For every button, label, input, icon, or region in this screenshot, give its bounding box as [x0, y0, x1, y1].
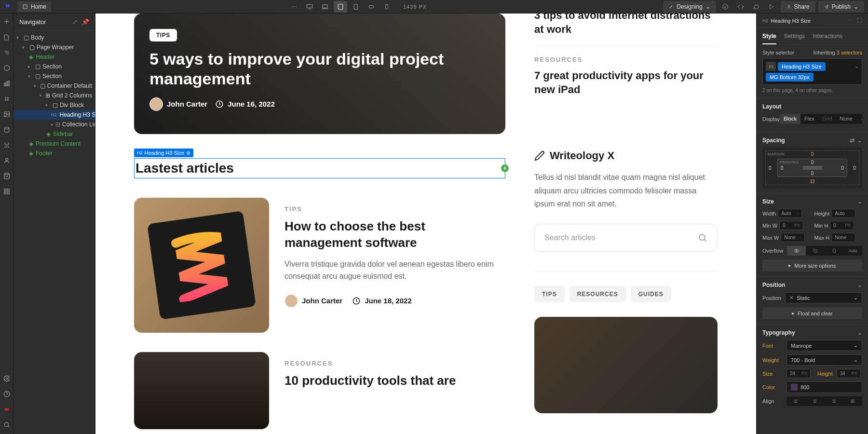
settings-icon[interactable]	[2, 374, 11, 383]
line-height-input[interactable]: 34PX	[837, 369, 861, 378]
pages-icon[interactable]	[2, 33, 11, 41]
tree-grid2[interactable]: ▾⊞Grid 2 Columns	[14, 91, 95, 100]
article-category[interactable]: TIPS	[285, 205, 505, 213]
display-flex[interactable]: Flex	[800, 114, 818, 124]
tree-collection-list[interactable]: ▸⊟Collection Lis	[14, 120, 95, 129]
more-options-icon[interactable]: ⋯	[287, 1, 301, 13]
display-block[interactable]: Block	[780, 114, 800, 124]
chevron-down-icon[interactable]: ⌄	[854, 63, 859, 69]
cms-icon[interactable]	[2, 125, 11, 134]
selection-badge[interactable]: H2 Heading H3 Size ⚙	[134, 149, 193, 157]
home-button[interactable]: Home	[17, 1, 51, 12]
tablet-wide-icon[interactable]	[334, 1, 347, 13]
preview-icon[interactable]	[765, 1, 778, 13]
more-size-options[interactable]: ▸More size options	[762, 259, 862, 271]
font-select[interactable]: Manrope⌄	[787, 340, 862, 351]
laptop-icon[interactable]	[318, 1, 332, 13]
spacing-link-icon[interactable]: ⇄	[850, 137, 854, 144]
align-justify[interactable]	[844, 397, 861, 405]
add-element-icon[interactable]	[2, 17, 11, 26]
minw-input[interactable]: 0PX	[779, 221, 803, 230]
desktop-icon[interactable]	[303, 1, 316, 13]
chevron-down-icon[interactable]: ⌄	[857, 282, 862, 288]
expand-icon[interactable]: ⛶	[857, 17, 862, 24]
tree-footer[interactable]: ◈Footer	[14, 149, 95, 158]
selector-combobox[interactable]: ▭ Heading H3 Size ⌄ MG Bottom 32px	[762, 58, 862, 85]
color-select[interactable]: 800	[787, 381, 862, 393]
overflow-hidden[interactable]	[806, 246, 825, 256]
margin-left-value[interactable]: 0	[769, 165, 772, 171]
search-icon[interactable]	[2, 420, 11, 429]
tree-page-wrapper[interactable]: ▾▢Page Wrapper	[14, 42, 95, 52]
variables-icon[interactable]	[2, 79, 11, 88]
spacing-title[interactable]: Spacing	[762, 137, 785, 144]
padding-right-value[interactable]: 0	[841, 165, 844, 171]
mobile-icon[interactable]	[380, 1, 393, 13]
padding-left-value[interactable]: 0	[781, 165, 784, 171]
breakpoint-icon[interactable]: ▭	[766, 62, 776, 71]
margin-top-value[interactable]: 0	[811, 151, 814, 157]
align-center[interactable]	[806, 397, 823, 405]
mobile-landscape-icon[interactable]	[365, 1, 378, 13]
align-right[interactable]	[826, 397, 842, 405]
tree-premium[interactable]: ◈Premium Content	[14, 139, 95, 149]
font-size-input[interactable]: 24PX	[787, 369, 811, 378]
close-icon[interactable]: ✕	[789, 295, 794, 301]
pill-resources[interactable]: RESOURCES	[570, 286, 626, 302]
tree-sidebar[interactable]: ◈Sidebar	[14, 129, 95, 139]
gear-icon[interactable]: ⚙	[186, 150, 190, 156]
users-icon[interactable]	[2, 156, 11, 165]
article-card[interactable]: RESOURCES 10 productivity tools that are	[134, 352, 505, 429]
article-card[interactable]: TIPS How to choose the best management s…	[134, 198, 505, 333]
designing-button[interactable]: Designing ⌄	[663, 1, 716, 13]
selector-chip-main[interactable]: Heading H3 Size	[778, 62, 826, 71]
tree-header[interactable]: ◈Header	[14, 52, 95, 62]
help-icon[interactable]	[2, 390, 11, 398]
tree-section2[interactable]: ▾▢Section	[14, 71, 95, 81]
overflow-scroll[interactable]	[825, 246, 843, 256]
chevron-down-icon[interactable]: ⌄	[857, 137, 862, 144]
pill-tips[interactable]: TIPS	[534, 286, 565, 302]
overflow-visible[interactable]	[787, 246, 806, 256]
more-icon[interactable]: ⋯	[848, 17, 853, 24]
tab-settings[interactable]: Settings	[784, 28, 805, 44]
tablet-icon[interactable]	[349, 1, 363, 13]
layout-title[interactable]: Layout	[762, 103, 862, 110]
margin-bottom-value[interactable]: 32	[810, 179, 815, 184]
tree-heading-h3[interactable]: H2Heading H3 S	[14, 110, 95, 120]
typography-title[interactable]: Typography	[762, 329, 795, 336]
maxh-input[interactable]: None-	[831, 233, 855, 242]
article-title[interactable]: How to choose the best management softwa…	[285, 218, 505, 251]
article-category[interactable]: RESOURCES	[285, 360, 505, 367]
size-title[interactable]: Size	[762, 198, 774, 205]
overflow-auto[interactable]: Auto	[843, 246, 862, 256]
code-icon[interactable]	[734, 1, 747, 13]
style-guide-icon[interactable]	[2, 95, 11, 103]
chevron-down-icon[interactable]: ⌄	[857, 329, 862, 336]
margin-right-value[interactable]: 0	[853, 165, 856, 171]
checkmark-icon[interactable]	[719, 1, 732, 13]
canvas-width[interactable]: 1439PX	[403, 4, 427, 10]
display-none[interactable]: None	[836, 114, 856, 124]
hero-card[interactable]: TIPS 5 ways to improve your digital proj…	[134, 14, 505, 134]
share-button[interactable]: Share	[781, 1, 815, 13]
latest-articles-heading[interactable]: Lastest articles +	[134, 158, 505, 178]
pin-icon[interactable]: 📌	[81, 18, 89, 26]
tree-body[interactable]: ▾▢Body	[14, 33, 95, 42]
hero-tag[interactable]: TIPS	[149, 29, 177, 41]
display-more[interactable]: ⌄	[856, 114, 862, 124]
minh-input[interactable]: 0PX	[830, 221, 854, 230]
weight-select[interactable]: 700 - Bold⌄	[787, 354, 862, 366]
tab-style[interactable]: Style	[762, 28, 776, 44]
comment-icon[interactable]	[750, 1, 762, 13]
logic-icon[interactable]	[2, 141, 11, 149]
sidebar-article[interactable]: RESOURCES 7 great productivity apps for …	[534, 46, 718, 106]
spacing-editor[interactable]: MARGIN 0 0 0 32 PADDING 0 0 0 0	[762, 148, 862, 188]
add-handle-icon[interactable]: +	[501, 164, 509, 172]
position-select[interactable]: ✕Static ⌄	[785, 292, 862, 303]
apps-icon[interactable]	[2, 187, 11, 196]
sidebar-article[interactable]: 3 tips to avoid internet distractions at…	[534, 14, 718, 46]
components-icon[interactable]	[2, 64, 11, 72]
assets-icon[interactable]	[2, 110, 11, 119]
padding-top-value[interactable]: 0	[811, 160, 814, 165]
